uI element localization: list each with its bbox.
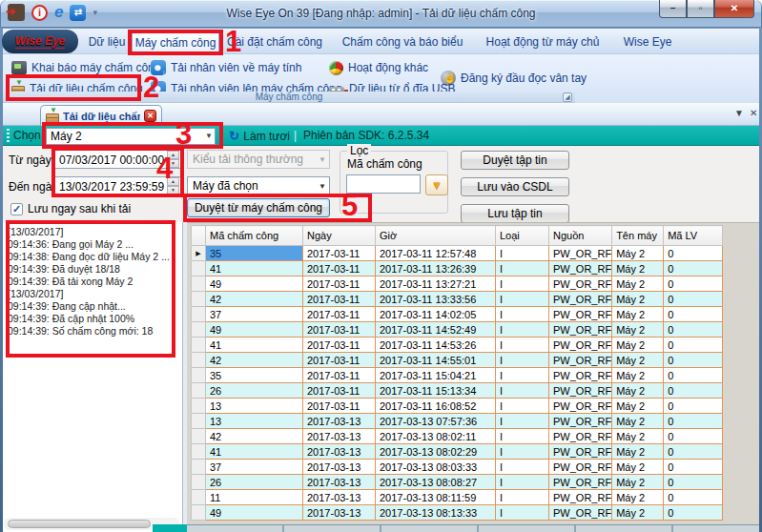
table-cell[interactable]: Máy 2: [612, 505, 664, 521]
checkbox-checked-icon[interactable]: ✓: [10, 203, 23, 215]
row-selector[interactable]: [192, 414, 206, 429]
table-cell[interactable]: I: [496, 475, 549, 490]
table-cell[interactable]: 2017-03-11: [303, 383, 376, 399]
table-cell[interactable]: 42: [206, 429, 303, 444]
column-header[interactable]: Ngày: [303, 226, 376, 246]
table-cell[interactable]: 41: [206, 338, 303, 353]
table-cell[interactable]: 2017-03-11 13:26:39: [376, 261, 496, 276]
table-cell[interactable]: 0: [664, 353, 723, 368]
table-cell[interactable]: 2017-03-11: [303, 338, 376, 353]
table-cell[interactable]: 42: [206, 292, 303, 307]
column-header[interactable]: Loại: [496, 226, 549, 246]
table-cell[interactable]: PW_OR_RF: [549, 353, 612, 368]
table-cell[interactable]: Máy 2: [612, 353, 664, 368]
to-date-spinner[interactable]: ▲▼: [167, 177, 179, 194]
table-cell[interactable]: 2017-03-11: [303, 246, 376, 261]
table-cell[interactable]: 41: [206, 444, 303, 460]
menu-tab-wise-eye[interactable]: Wise Eye: [620, 31, 675, 52]
table-cell[interactable]: Máy 2: [612, 460, 664, 475]
table-cell[interactable]: 0: [664, 444, 723, 460]
row-selector[interactable]: [192, 368, 206, 383]
table-cell[interactable]: I: [496, 322, 549, 338]
table-cell[interactable]: Máy 2: [612, 490, 664, 505]
table-cell[interactable]: Máy 2: [612, 429, 664, 444]
table-cell[interactable]: 2017-03-11 15:04:21: [376, 368, 496, 383]
table-cell[interactable]: I: [496, 383, 549, 399]
table-cell[interactable]: I: [496, 276, 549, 292]
table-row[interactable]: 132017-03-112017-03-11 16:08:52IPW_OR_RF…: [192, 399, 723, 414]
table-cell[interactable]: I: [496, 292, 549, 307]
table-row[interactable]: 372017-03-112017-03-11 14:02:05IPW_OR_RF…: [192, 307, 723, 322]
table-cell[interactable]: PW_OR_RF: [549, 292, 612, 307]
table-cell[interactable]: 42: [206, 353, 303, 368]
column-header[interactable]: Giờ: [376, 226, 496, 246]
table-cell[interactable]: Máy 2: [612, 399, 664, 414]
table-cell[interactable]: 0: [664, 307, 723, 322]
table-cell[interactable]: I: [496, 460, 549, 475]
ribbon-item-khai-bao-may-cham-cong[interactable]: Khai báo máy chấm công: [11, 58, 160, 77]
save-after-download-checkbox-row[interactable]: ✓ Lưu ngay sau khi tải: [10, 202, 131, 215]
table-cell[interactable]: 2017-03-11 14:52:49: [376, 322, 496, 338]
row-selector[interactable]: [192, 429, 206, 444]
table-cell[interactable]: 0: [664, 475, 723, 490]
row-selector[interactable]: [192, 444, 206, 460]
table-cell[interactable]: 0: [664, 368, 723, 383]
table-row[interactable]: 132017-03-132017-03-13 07:57:36IPW_OR_RF…: [192, 414, 723, 429]
table-cell[interactable]: 49: [206, 505, 303, 521]
machine-select[interactable]: Máy 2 ▼: [46, 128, 216, 145]
table-cell[interactable]: 2017-03-13 08:13:33: [376, 505, 496, 521]
table-cell[interactable]: PW_OR_RF: [549, 460, 612, 475]
table-cell[interactable]: Máy 2: [612, 383, 664, 399]
save-to-db-button[interactable]: Lưu vào CSDL: [461, 177, 569, 196]
to-date-input[interactable]: [54, 176, 181, 195]
ribbon-item-hoat-dong-khac[interactable]: Hoạt động khác: [329, 58, 428, 77]
table-cell[interactable]: I: [496, 307, 549, 322]
toolbar-grip-handle[interactable]: [7, 129, 10, 143]
table-cell[interactable]: 11: [206, 490, 303, 505]
table-cell[interactable]: 2017-03-13 07:57:36: [376, 414, 496, 429]
table-cell[interactable]: 2017-03-11: [303, 276, 376, 292]
from-date-spinner[interactable]: ▲▼: [167, 151, 179, 168]
row-selector[interactable]: [192, 353, 206, 368]
table-cell[interactable]: Máy 2: [612, 276, 664, 292]
column-header[interactable]: Tên máy: [612, 226, 664, 246]
table-cell[interactable]: 2017-03-11: [303, 353, 376, 368]
table-row[interactable]: 422017-03-112017-03-11 14:55:01IPW_OR_RF…: [192, 353, 723, 368]
row-selector[interactable]: [192, 338, 206, 353]
table-cell[interactable]: 2017-03-13 08:08:27: [376, 475, 496, 490]
table-cell[interactable]: 2017-03-13 08:11:59: [376, 490, 496, 505]
table-cell[interactable]: I: [496, 261, 549, 276]
table-cell[interactable]: 2017-03-13: [303, 460, 376, 475]
app-logo[interactable]: Wise Eye: [2, 30, 78, 53]
column-header[interactable]: Mã chấm công: [206, 226, 303, 246]
filter-apply-button[interactable]: ▼: [425, 174, 448, 195]
table-cell[interactable]: 2017-03-11: [303, 399, 376, 414]
refresh-button[interactable]: ↻ Làm tươi: [229, 127, 290, 147]
table-row[interactable]: 412017-03-112017-03-11 13:26:39IPW_OR_RF…: [192, 261, 723, 276]
table-cell[interactable]: 2017-03-13: [303, 429, 376, 444]
table-cell[interactable]: Máy 2: [612, 338, 664, 353]
table-cell[interactable]: 0: [664, 338, 723, 353]
table-cell[interactable]: 37: [206, 460, 303, 475]
table-cell[interactable]: 2017-03-13: [303, 475, 376, 490]
table-cell[interactable]: 26: [206, 475, 303, 490]
row-selector[interactable]: [192, 383, 206, 399]
table-cell[interactable]: Máy 2: [612, 322, 664, 338]
table-cell[interactable]: 49: [206, 276, 303, 292]
table-cell[interactable]: 0: [664, 292, 723, 307]
row-selector[interactable]: [192, 292, 206, 307]
row-selector[interactable]: [192, 261, 206, 276]
table-cell[interactable]: 13: [206, 414, 303, 429]
table-cell[interactable]: PW_OR_RF: [549, 322, 612, 338]
machine-scope-select[interactable]: Máy đã chọn ▼: [187, 176, 330, 195]
column-header[interactable]: Nguồn: [549, 226, 612, 246]
menu-tab-cham-cong-bao-bieu[interactable]: Chấm công và báo biểu: [340, 31, 465, 52]
table-cell[interactable]: PW_OR_RF: [549, 368, 612, 383]
document-tab-tai-du-lieu[interactable]: Tải dữ liệu chấm c... ✕: [40, 105, 162, 126]
table-cell[interactable]: I: [496, 414, 549, 429]
table-cell[interactable]: 2017-03-13: [303, 414, 376, 429]
table-cell[interactable]: PW_OR_RF: [549, 505, 612, 521]
browse-file-button[interactable]: Duyệt tập tin: [461, 151, 569, 170]
table-cell[interactable]: 2017-03-11 16:08:52: [376, 399, 496, 414]
table-cell[interactable]: Máy 2: [612, 414, 664, 429]
